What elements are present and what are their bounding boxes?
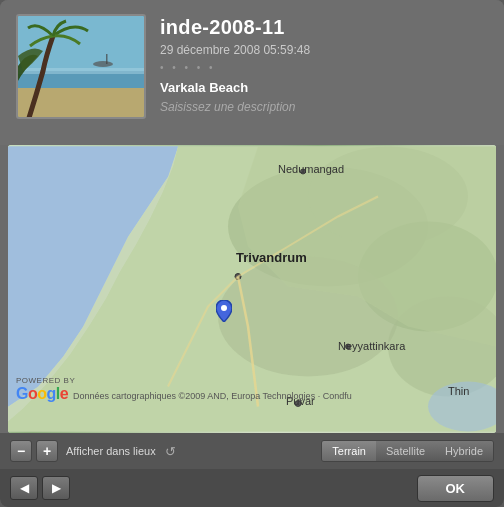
label-trivandrum: Trivandrum xyxy=(236,250,307,265)
map-copyright: Données cartographiques ©2009 AND, Europ… xyxy=(73,391,352,401)
label-thin: Thin xyxy=(448,385,469,397)
refresh-button[interactable]: ↺ xyxy=(162,442,180,460)
powered-by-text: POWERED BY xyxy=(16,376,75,385)
photo-title: inde-2008-11 xyxy=(160,16,310,39)
label-nedumangad: Nedumangad xyxy=(278,163,344,175)
main-window: inde-2008-11 29 décembre 2008 05:59:48 •… xyxy=(0,0,504,507)
google-logo: Google xyxy=(16,385,68,403)
map-type-selector: Terrain Satellite Hybride xyxy=(321,440,494,462)
map-toolbar: − + Afficher dans lieux ↺ Terrain Satell… xyxy=(0,433,504,469)
map-background: Nedumangad Trivandrum Neyyattinkara Puva… xyxy=(8,145,496,433)
info-panel: inde-2008-11 29 décembre 2008 05:59:48 •… xyxy=(0,0,504,145)
show-in-places-link[interactable]: Afficher dans lieux xyxy=(66,445,156,457)
map-terrain-svg xyxy=(8,145,496,433)
map-container[interactable]: Nedumangad Trivandrum Neyyattinkara Puva… xyxy=(8,145,496,433)
zoom-out-button[interactable]: − xyxy=(10,440,32,462)
photo-date: 29 décembre 2008 05:59:48 xyxy=(160,43,310,57)
photo-description[interactable]: Saisissez une description xyxy=(160,100,310,114)
photo-rating: • • • • • xyxy=(160,62,310,73)
thumbnail-image xyxy=(18,16,144,117)
ok-button[interactable]: OK xyxy=(417,475,495,502)
svg-point-17 xyxy=(221,305,227,311)
google-branding: POWERED BY Google xyxy=(16,376,75,403)
map-type-hybrid[interactable]: Hybride xyxy=(435,441,493,461)
photo-thumbnail xyxy=(16,14,146,119)
next-button[interactable]: ▶ xyxy=(42,476,70,500)
prev-button[interactable]: ◀ xyxy=(10,476,38,500)
map-type-terrain[interactable]: Terrain xyxy=(322,441,376,461)
photo-info: inde-2008-11 29 décembre 2008 05:59:48 •… xyxy=(160,14,310,135)
zoom-in-button[interactable]: + xyxy=(36,440,58,462)
svg-rect-2 xyxy=(18,68,144,74)
bottom-nav: ◀ ▶ OK xyxy=(0,469,504,507)
svg-rect-4 xyxy=(106,54,108,64)
label-neyyattinkara: Neyyattinkara xyxy=(338,340,405,352)
photo-location: Varkala Beach xyxy=(160,80,310,95)
map-type-satellite[interactable]: Satellite xyxy=(376,441,435,461)
svg-point-3 xyxy=(93,61,113,67)
map-pin xyxy=(216,300,232,322)
